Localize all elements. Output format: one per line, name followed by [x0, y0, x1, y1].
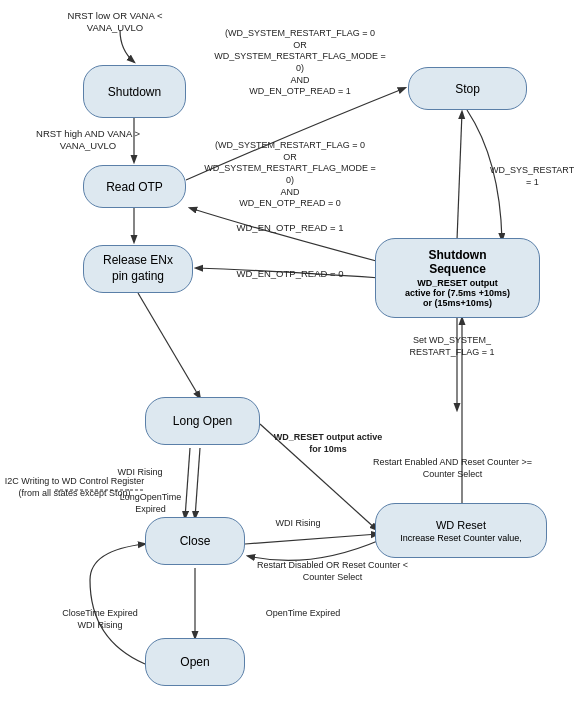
wd-en-otp-read1-label: WD_EN_OTP_READ = 1 — [225, 222, 355, 234]
release-enx-node: Release ENxpin gating — [83, 245, 193, 293]
release-enx-label: Release ENxpin gating — [103, 253, 173, 284]
wd-reset-10ms-label: WD_RESET output active for 10ms — [268, 432, 388, 455]
close-label: Close — [180, 534, 211, 548]
wd-sys-restart-flag-label: WD_SYS_RESTART_FLAG_MODE = 1 — [490, 165, 574, 188]
wdi-rising2-label: WDI Rising — [258, 518, 338, 530]
close-node: Close — [145, 517, 245, 565]
svg-line-2 — [138, 293, 200, 398]
open-label: Open — [180, 655, 209, 669]
stop-label: Stop — [455, 82, 480, 96]
read-otp-node: Read OTP — [83, 165, 186, 208]
restart-enabled-label: Restart Enabled AND Reset Counter >= Cou… — [370, 457, 535, 480]
shutdown-seq-sub: WD_RESET outputactive for (7.5ms +10ms)o… — [405, 278, 510, 308]
wd-system-restart1-label: (WD_SYSTEM_RESTART_FLAG = 0ORWD_SYSTEM_R… — [210, 28, 390, 98]
restart-disabled-label: Restart Disabled OR Reset Counter < Coun… — [250, 560, 415, 583]
open-node: Open — [145, 638, 245, 686]
svg-line-5 — [457, 112, 462, 240]
stop-node: Stop — [408, 67, 527, 110]
read-otp-label: Read OTP — [106, 180, 163, 194]
long-open-label: Long Open — [173, 414, 232, 428]
open-time-expired-label: OpenTime Expired — [253, 608, 353, 620]
svg-line-3 — [195, 448, 200, 518]
wd-reset-label: WD ResetIncrease Reset Counter value, — [400, 519, 522, 543]
shutdown-seq-node: ShutdownSequence WD_RESET outputactive f… — [375, 238, 540, 318]
wd-en-otp-read0-label: WD_EN_OTP_READ = 0 — [225, 268, 355, 280]
wdi-rising1-label: WDI Rising — [100, 467, 180, 479]
state-diagram: Shutdown Stop Read OTP Release ENxpin ga… — [0, 0, 574, 719]
long-open-time-label: LongOpenTime Expired — [108, 492, 193, 515]
nrst-high-label: NRST high AND VANA > VANA_UVLO — [28, 128, 148, 153]
close-time-expired-label: CloseTime ExpiredWDI Rising — [55, 608, 145, 631]
long-open-node: Long Open — [145, 397, 260, 445]
set-wd-system-label: Set WD_SYSTEM_ RESTART_FLAG = 1 — [407, 335, 497, 358]
svg-line-10 — [245, 534, 378, 544]
shutdown-seq-label: ShutdownSequence — [429, 248, 487, 276]
wd-system-restart2-label: (WD_SYSTEM_RESTART_FLAG = 0ORWD_SYSTEM_R… — [200, 140, 380, 210]
wd-reset-node: WD ResetIncrease Reset Counter value, — [375, 503, 547, 558]
shutdown-label: Shutdown — [108, 85, 161, 99]
shutdown-node: Shutdown — [83, 65, 186, 118]
nrst-low-label: NRST low OR VANA < VANA_UVLO — [60, 10, 170, 35]
